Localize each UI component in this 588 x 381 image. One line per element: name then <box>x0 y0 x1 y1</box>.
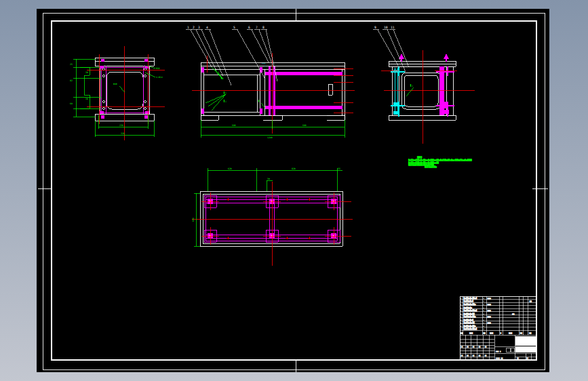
bom-header-cell: ▆▆ <box>520 332 523 334</box>
balloon-number: 8 <box>262 26 264 29</box>
bom-name: █▆██▆█▆██▆█ <box>463 327 477 330</box>
dim-label: 30 <box>267 178 270 180</box>
bom-material: ▆▆▆ <box>487 315 492 318</box>
footer-cell: ▆▆ <box>526 357 529 359</box>
feature-flag: ▌⊥ <box>223 92 227 94</box>
balloon-number: 4 <box>206 26 208 29</box>
balloon-number: 2 <box>193 26 195 29</box>
dim-label: 60 <box>70 102 73 105</box>
bom-header-cell: ▆▆▆ <box>489 332 494 334</box>
dim-label: 30 <box>85 71 88 74</box>
bom-name: █▆██▆█▆██ <box>463 321 475 324</box>
dim-label: 30 <box>85 98 88 100</box>
balloon-number: 11 <box>391 26 395 29</box>
bom-name: █▆██▆█▆██▆█ <box>463 309 477 312</box>
bom-remark: ▆▆ <box>529 300 532 302</box>
footer-cell: ▆▆ <box>516 357 520 359</box>
thread-note: ▪▪▪ <box>321 107 325 110</box>
dim-label: 25 <box>70 63 73 66</box>
dim-label: 320 <box>121 132 125 135</box>
bom-name: █▆██▆█▆██▆ <box>463 325 476 327</box>
scale-label: ▆▆▆ ▆ <box>495 350 501 353</box>
weld-mark: ▴▴ <box>264 64 267 67</box>
bom-extra: ▆▆ <box>511 313 515 315</box>
footer-cell: ▆▆ <box>478 346 482 348</box>
footer-cell: ▆▆ <box>460 346 464 348</box>
feature-flag: ▌ <box>258 100 260 102</box>
dim-label: M16 <box>156 67 160 70</box>
dim-label: 620 <box>228 167 232 170</box>
footer-cell: ▆▆ <box>484 346 488 348</box>
footer-cell: ▆▆ <box>466 355 469 357</box>
balloon-number: 5 <box>233 26 235 29</box>
footer-cell: ▆▆ <box>460 355 464 357</box>
dim-label: 230 <box>119 124 123 127</box>
notes-heading: ████ <box>416 156 422 159</box>
balloon-number: 7 <box>256 26 258 29</box>
bom-name: █▆██▆█▆ <box>463 306 473 309</box>
feature-flag: ▌△ <box>223 100 227 102</box>
dim-label: 600 <box>232 124 236 127</box>
bom-name: █▆██▆█▆██▆█ <box>463 297 477 300</box>
bom-name: █▆██▆█▆██▆ <box>463 315 476 318</box>
drawing-number-cell <box>515 346 536 353</box>
bom-name: █▆██▆█▆█ <box>463 300 474 302</box>
dim-label: Φ40 <box>113 83 117 85</box>
balloon-number: 6 <box>248 26 250 29</box>
notes-line: █▆██▆▆███▆ <box>424 165 437 168</box>
dim-label: 820 <box>292 167 296 170</box>
balloon-number: 1 <box>187 26 189 29</box>
dim-label: 690 <box>192 218 195 222</box>
bom-name: █▆██▆█▆██▆ <box>463 303 476 306</box>
dim-label: 82 <box>70 79 73 82</box>
balloon-number: 3 <box>198 26 200 29</box>
feature-flag: ▌⊥ <box>220 77 224 79</box>
balloon-number: 10 <box>384 26 388 29</box>
dim-label: 55 <box>338 167 340 170</box>
cad-application-window: 25 82 60 30 30 230 320 M16 4-Φ14 Φ40 ▌⊥ … <box>0 0 588 381</box>
bom-material: ▆▆▆ <box>487 303 492 306</box>
cad-canvas[interactable]: 25 82 60 30 30 230 320 M16 4-Φ14 Φ40 ▌⊥ … <box>0 0 588 381</box>
drawing-title-cell <box>515 336 536 346</box>
footer-cell: ▆▆ <box>484 355 488 357</box>
bom-material: ▆▆▆ <box>487 309 492 312</box>
bom-name: █▆██▆█▆█ <box>463 319 474 321</box>
bom-header-cell: ▆▆▆ <box>508 332 513 334</box>
footer-cell: ▆▆ <box>466 346 469 348</box>
dim-label: 4-Φ14 <box>156 76 163 79</box>
footer-cell: ▆▆ <box>472 346 475 348</box>
dim-label: 1240 <box>267 136 273 139</box>
dim-label: 600 <box>302 124 307 127</box>
bom-header-cell: ▆▆ <box>482 332 486 334</box>
sheet-label: ▆▆▆▆ ▆▆ <box>495 357 503 359</box>
bom-header-cell: ▆▆ <box>528 332 532 334</box>
footer-cell: ▆▆ <box>478 355 482 357</box>
bom-material: ▆▆▆ <box>487 321 492 324</box>
bom-material: ▆▆▆ <box>487 297 492 300</box>
bom-header-cell: ▆ <box>500 332 502 334</box>
feature-flag: ▌△ <box>410 84 413 87</box>
balloon-number: 9 <box>374 26 376 29</box>
bom-header-cell: ▆▆ <box>460 332 463 334</box>
footer-cell: ▆▆ <box>472 355 475 357</box>
bom-name: █▆██▆█▆██ <box>463 313 475 315</box>
bom-header-cell: ▆▆▆ <box>469 332 473 334</box>
